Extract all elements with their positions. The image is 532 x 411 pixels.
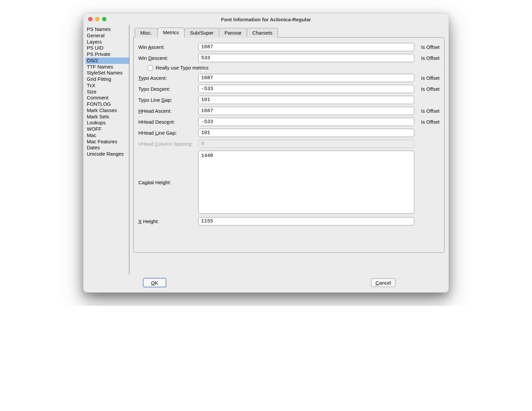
row-hhead-descent: HHead Descent: Is Offset — [138, 118, 440, 126]
tab-sub-super[interactable]: Sub/Super — [184, 28, 219, 38]
offset-win-descent[interactable]: Is Offset — [414, 55, 440, 61]
label-capital-height: Capital Height: — [138, 180, 198, 185]
sidebar-item-comment[interactable]: Comment — [85, 95, 129, 101]
input-win-descent[interactable] — [198, 54, 414, 62]
main-pane: Misc.MetricsSub/SuperPanoseCharsets Win … — [129, 25, 449, 274]
tab-metrics[interactable]: Metrics — [157, 28, 185, 38]
sidebar-item-size[interactable]: Size — [85, 89, 129, 95]
row-x-height: X Height: — [138, 217, 440, 225]
input-win-ascent[interactable] — [198, 43, 414, 51]
input-typo-ascent[interactable] — [198, 74, 414, 82]
sidebar-item-ps-uid[interactable]: PS UID — [85, 45, 129, 51]
row-vhead-col-spacing: VHead Column Spacing: — [138, 140, 440, 148]
input-x-height[interactable] — [198, 217, 414, 225]
input-typo-descent[interactable] — [198, 85, 414, 93]
input-hhead-ascent[interactable] — [198, 107, 414, 115]
label-win-descent: Win Descent: — [138, 55, 198, 61]
minimize-icon[interactable] — [95, 17, 99, 21]
button-bar: OK Cancel — [83, 274, 449, 292]
window-controls — [88, 17, 106, 21]
label-x-height: X Height: — [138, 218, 198, 224]
input-hhead-line-gap[interactable] — [198, 129, 414, 137]
ok-button[interactable]: OK — [143, 278, 166, 287]
titlebar: Font Information for Aclonica-Regular — [83, 14, 449, 25]
sidebar-item-mark-sets[interactable]: Mark Sets — [85, 114, 129, 120]
sidebar-item-styleset-names[interactable]: StyleSet Names — [85, 70, 129, 76]
row-typo-ascent: Typo Ascent: Is Offset — [138, 74, 440, 82]
sidebar-item-general[interactable]: General — [85, 33, 129, 39]
label-typo-descent: Typo Descent: — [138, 86, 198, 92]
sidebar-item-t-x[interactable]: TεX — [85, 82, 129, 89]
sidebar-item-mac-features[interactable]: Mac Features — [85, 139, 129, 145]
sidebar-item-ttf-names[interactable]: TTF Names — [85, 64, 129, 70]
sidebar-item-mac[interactable]: Mac — [85, 132, 129, 139]
row-hhead-line-gap: HHead Line Gap: — [138, 129, 440, 137]
sidebar-item-layers[interactable]: Layers — [85, 39, 129, 45]
offset-hhead-ascent[interactable]: Is Offset — [414, 108, 440, 114]
sidebar-item-os-2[interactable]: OS/2 — [85, 58, 129, 64]
tab-panose[interactable]: Panose — [219, 28, 247, 38]
label-typo-ascent: Typo Ascent: — [138, 75, 198, 81]
cancel-button[interactable]: Cancel — [371, 278, 395, 287]
row-typo-line-gap: Typo Line Gap: — [138, 96, 440, 104]
row-use-typo[interactable]: Really use Typo metrics — [148, 65, 440, 70]
checkbox-use-typo[interactable] — [148, 65, 153, 70]
label-typo-line-gap: Typo Line Gap: — [138, 97, 198, 103]
row-capital-height: Capital Height: 1440 — [138, 151, 440, 214]
row-win-ascent: Win Ascent: Is Offset — [138, 43, 440, 51]
tab-misc-[interactable]: Misc. — [135, 28, 158, 38]
sidebar-item-woff[interactable]: WOFF — [85, 126, 129, 132]
input-capital-height[interactable]: 1440 — [198, 151, 414, 214]
row-typo-descent: Typo Descent: Is Offset — [138, 85, 440, 93]
sidebar-item-dates[interactable]: Dates — [85, 145, 129, 151]
window-title: Font Information for Aclonica-Regular — [87, 17, 445, 22]
label-win-ascent: Win Ascent: — [138, 44, 198, 50]
label-hhead-descent: HHead Descent: — [138, 119, 198, 125]
row-hhead-ascent: HHead Ascent: Is Offset — [138, 107, 440, 115]
row-win-descent: Win Descent: Is Offset — [138, 54, 440, 62]
label-hhead-ascent: HHead Ascent: — [138, 108, 198, 114]
close-icon[interactable] — [88, 17, 92, 21]
sidebar-item-grid-fitting[interactable]: Grid Fitting — [85, 76, 129, 82]
sidebar-item-unicode-ranges[interactable]: Unicode Ranges — [85, 151, 129, 157]
label-vhead-col-spacing: VHead Column Spacing: — [138, 141, 198, 147]
input-typo-line-gap[interactable] — [198, 96, 414, 104]
sidebar-item-fontlog[interactable]: FONTLOG — [85, 101, 129, 107]
sidebar-item-mark-classes[interactable]: Mark Classes — [85, 107, 129, 114]
sidebar-item-ps-names[interactable]: PS Names — [85, 26, 129, 33]
label-use-typo: Really use Typo metrics — [156, 65, 208, 70]
zoom-icon[interactable] — [102, 17, 106, 21]
content-area: PS NamesGeneralLayersPS UIDPS PrivateOS/… — [83, 25, 449, 274]
offset-typo-ascent[interactable]: Is Offset — [414, 75, 440, 81]
label-hhead-line-gap: HHead Line Gap: — [138, 130, 198, 136]
sidebar-item-ps-private[interactable]: PS Private — [85, 51, 129, 58]
offset-win-ascent[interactable]: Is Offset — [414, 44, 440, 50]
offset-typo-descent[interactable]: Is Offset — [414, 86, 440, 92]
tab-strip: Misc.MetricsSub/SuperPanoseCharsets — [135, 28, 445, 37]
offset-hhead-descent[interactable]: Is Offset — [414, 119, 440, 125]
input-hhead-descent[interactable] — [198, 118, 414, 126]
metrics-panel: Win Ascent: Is Offset Win Descent: Is Of… — [133, 37, 445, 253]
sidebar-item-lookups[interactable]: Lookups — [85, 120, 129, 126]
input-vhead-col-spacing — [198, 140, 414, 148]
tab-charsets[interactable]: Charsets — [247, 28, 278, 38]
category-sidebar: PS NamesGeneralLayersPS UIDPS PrivateOS/… — [83, 25, 129, 274]
font-info-window: Font Information for Aclonica-Regular PS… — [83, 13, 449, 293]
